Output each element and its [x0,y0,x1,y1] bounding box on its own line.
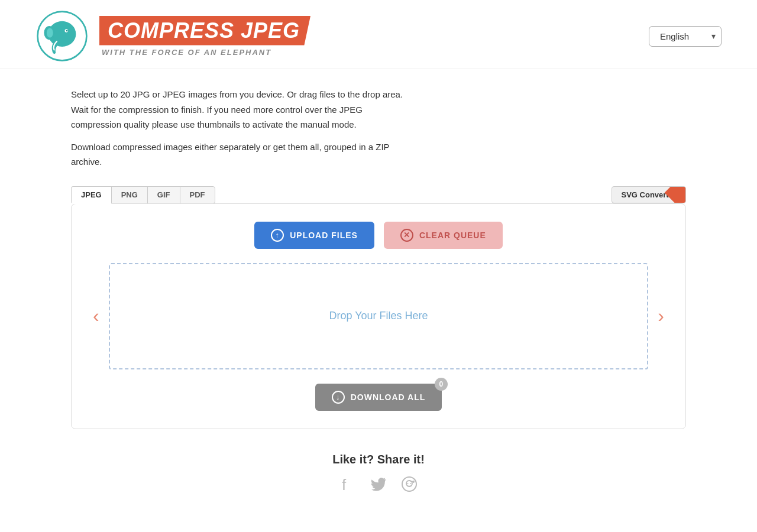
svg-point-7 [402,477,416,491]
tab-png[interactable]: PNG [111,186,148,204]
svg-converter-badge[interactable]: SVG Converter [612,186,686,203]
description-text: Select up to 20 JPG or JPEG images from … [71,87,686,170]
upload-card: ↑ UPLOAD FILES ✕ CLEAR QUEUE ‹ Drop Your… [71,203,686,429]
svg-point-9 [407,483,409,484]
logo-subtitle: WITH THE FORCE OF AN ELEPHANT [99,48,310,57]
logo-text-area: COMPRESS JPEG WITH THE FORCE OF AN ELEPH… [99,16,310,57]
carousel-prev-button[interactable]: ‹ [83,305,109,327]
download-all-button[interactable]: ↓ DOWNLOAD ALL 0 [315,384,442,411]
share-section: Like it? Share it! f [71,453,686,497]
clear-queue-button[interactable]: ✕ CLEAR QUEUE [384,222,503,249]
main-content: Select up to 20 JPG or JPEG images from … [35,69,722,520]
download-count-badge: 0 [435,378,448,391]
language-select[interactable]: English Español Français Deutsch Italian… [649,26,722,47]
elephant-logo-icon [35,9,89,63]
drop-zone-wrapper: ‹ Drop Your Files Here › [83,263,674,369]
facebook-share-button[interactable]: f [339,476,356,497]
share-icons-row: f [71,476,686,497]
drop-zone[interactable]: Drop Your Files Here [109,263,649,369]
action-buttons-row: ↑ UPLOAD FILES ✕ CLEAR QUEUE [83,222,674,249]
clear-icon: ✕ [400,229,413,242]
upload-files-button[interactable]: ↑ UPLOAD FILES [254,222,374,249]
svg-point-11 [412,481,415,483]
drop-zone-text: Drop Your Files Here [329,310,428,322]
twitter-share-button[interactable] [370,476,387,497]
logo-title: COMPRESS JPEG [99,16,310,46]
tabs-row: JPEG PNG GIF PDF SVG Converter [71,186,686,204]
download-row: ↓ DOWNLOAD ALL 0 [83,384,674,411]
logo-area: COMPRESS JPEG WITH THE FORCE OF AN ELEPH… [35,9,310,63]
tab-pdf[interactable]: PDF [180,186,215,204]
svg-point-3 [47,28,53,38]
header: COMPRESS JPEG WITH THE FORCE OF AN ELEPH… [0,0,757,69]
tab-gif[interactable]: GIF [147,186,180,204]
reddit-share-button[interactable] [401,476,418,497]
format-tabs: JPEG PNG GIF PDF [71,186,215,204]
download-icon: ↓ [332,391,345,404]
tab-jpeg[interactable]: JPEG [71,186,112,204]
svg-text:f: f [342,476,347,492]
share-title: Like it? Share it! [71,453,686,466]
upload-icon: ↑ [271,229,284,242]
language-selector-wrapper[interactable]: English Español Français Deutsch Italian… [649,26,722,47]
carousel-next-button[interactable]: › [648,305,674,327]
svg-point-10 [410,483,412,484]
svg-point-5 [66,30,68,32]
